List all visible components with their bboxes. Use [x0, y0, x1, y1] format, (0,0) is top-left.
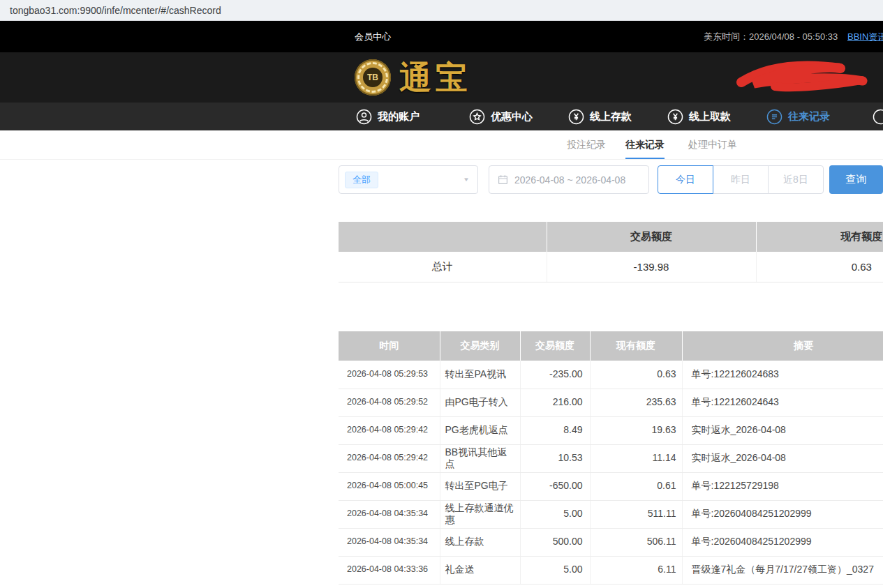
- cell-category: 转出至PG电子: [440, 472, 520, 500]
- search-button[interactable]: 查询: [829, 165, 883, 194]
- summary-total-label: 总计: [339, 252, 547, 282]
- nav-item-online-deposit[interactable]: 线上存款: [568, 103, 632, 130]
- brand-name: 通宝: [399, 59, 472, 96]
- cell-amount: 5.00: [520, 500, 590, 528]
- cell-category: 线上存款通道优惠: [440, 500, 520, 528]
- quick-date-buttons: 今日 昨日 近8日: [658, 165, 824, 194]
- nav-item-my-account[interactable]: 我的账户: [356, 103, 420, 130]
- cell-balance: 6.11: [590, 556, 682, 584]
- col-header-balance: 现有额度: [590, 331, 682, 361]
- cell-time: 2026-04-08 04:33:36: [339, 556, 440, 584]
- cell-category: 转出至PA视讯: [440, 361, 520, 389]
- col-header-summary: 摘要: [682, 331, 883, 361]
- col-header-category: 交易类别: [440, 331, 520, 361]
- nav-label: 线上存款: [590, 110, 632, 123]
- summary-total-row: 总计 -139.98 0.63: [339, 252, 883, 282]
- date-range-value: 2026-04-08 ~ 2026-04-08: [514, 174, 625, 186]
- cell-time: 2026-04-08 05:29:42: [339, 416, 440, 444]
- record-row: 2026-04-08 05:29:52由PG电子转入216.00235.63单号…: [339, 389, 883, 416]
- cell-balance: 19.63: [590, 416, 682, 444]
- col-header-time: 时间: [339, 331, 440, 361]
- nav-label: 优惠中心: [491, 110, 533, 123]
- circle-icon: [873, 109, 883, 125]
- summary-table: 交易额度 现有额度 总计 -139.98 0.63: [339, 222, 883, 282]
- eastern-time-label: 美东时间：2026/04/08 - 05:50:33: [704, 21, 838, 52]
- chevron-down-icon: ▼: [463, 176, 470, 183]
- nav-item-promotions[interactable]: 优惠中心: [469, 103, 533, 130]
- brand-badge: TB: [363, 68, 383, 87]
- cell-balance: 506.11: [590, 528, 682, 556]
- nav-label: 我的账户: [378, 110, 420, 123]
- brand-bar: TB 通宝: [0, 52, 883, 103]
- today-button[interactable]: 今日: [658, 165, 713, 194]
- nav-item-transaction-records[interactable]: 往来记录: [766, 103, 830, 130]
- cell-summary: 晋级逢7礼金（每月7/17/27领工资）_0327: [682, 556, 883, 584]
- cell-summary: 单号:122125729198: [682, 472, 883, 500]
- record-row: 2026-04-08 05:00:45转出至PG电子-650.000.61单号:…: [339, 472, 883, 500]
- cell-amount: 500.00: [520, 528, 590, 556]
- cell-amount: 8.49: [520, 416, 590, 444]
- yesterday-button[interactable]: 昨日: [713, 165, 769, 194]
- cell-balance: 0.61: [590, 472, 682, 500]
- cell-summary: 单号:202604084251202999: [682, 528, 883, 556]
- cell-time: 2026-04-08 05:00:45: [339, 472, 440, 500]
- nav-label: 往来记录: [788, 110, 830, 123]
- records-table-body: 2026-04-08 05:29:53转出至PA视讯-235.000.63单号:…: [339, 361, 883, 584]
- records-table: 时间 交易类别 交易额度 现有额度 摘要 2026-04-08 05:29:53…: [339, 331, 883, 585]
- cell-summary: 实时返水_2026-04-08: [682, 444, 883, 472]
- tab-pending-orders[interactable]: 处理中订单: [688, 130, 737, 159]
- cell-category: PG老虎机返点: [440, 416, 520, 444]
- cell-amount: -650.00: [520, 472, 590, 500]
- type-select[interactable]: 全部 ▼: [339, 165, 478, 194]
- date-range-input[interactable]: 2026-04-08 ~ 2026-04-08: [489, 165, 649, 194]
- cell-balance: 511.11: [590, 500, 682, 528]
- record-row: 2026-04-08 05:29:42PG老虎机返点8.4919.63实时返水_…: [339, 416, 883, 444]
- cell-amount: 5.00: [520, 556, 590, 584]
- type-selected-tag: 全部: [345, 172, 378, 188]
- last-8-days-button[interactable]: 近8日: [768, 165, 824, 194]
- cell-category: 礼金送: [440, 556, 520, 584]
- cell-summary: 单号:122126024643: [682, 389, 883, 416]
- summary-total-balance: 0.63: [756, 252, 883, 282]
- nav-item-online-withdraw[interactable]: 线上取款: [667, 103, 731, 130]
- nav-label: 线上取款: [689, 110, 731, 123]
- redaction-scribble: [734, 60, 870, 98]
- main-nav: 我的账户 优惠中心 线上存款 线上取款 往来记录: [0, 103, 883, 130]
- cell-balance: 0.63: [590, 361, 682, 389]
- cell-time: 2026-04-08 05:29:53: [339, 361, 440, 389]
- cell-category: BB视讯其他返点: [440, 444, 520, 472]
- tab-bet-records[interactable]: 投注纪录: [567, 130, 606, 159]
- nav-item-partial[interactable]: [873, 103, 883, 130]
- browser-address-bar[interactable]: tongbao31.com:9900/infe/mcenter/#/cashRe…: [0, 0, 883, 21]
- summary-header-blank: [339, 222, 547, 252]
- promo-icon: [469, 109, 485, 125]
- records-header-row: 时间 交易类别 交易额度 现有额度 摘要: [339, 331, 883, 361]
- cell-time: 2026-04-08 05:29:42: [339, 444, 440, 472]
- record-row: 2026-04-08 04:35:34线上存款500.00506.11单号:20…: [339, 528, 883, 556]
- cell-balance: 235.63: [590, 389, 682, 416]
- summary-header-row: 交易额度 现有额度: [339, 222, 883, 252]
- sub-nav: 投注纪录 往来记录 处理中订单: [0, 130, 883, 160]
- member-center-label: 会员中心: [355, 21, 391, 52]
- calendar-icon: [498, 174, 508, 185]
- summary-header-balance: 现有额度: [756, 222, 883, 252]
- record-row: 2026-04-08 05:29:42BB视讯其他返点10.5311.14实时返…: [339, 444, 883, 472]
- cell-time: 2026-04-08 04:35:34: [339, 528, 440, 556]
- top-bar: 会员中心 美东时间：2026/04/08 - 05:50:33 BBIN资讯: [0, 21, 883, 52]
- cell-category: 线上存款: [440, 528, 520, 556]
- cell-time: 2026-04-08 05:29:52: [339, 389, 440, 416]
- cell-summary: 单号:122126024683: [682, 361, 883, 389]
- cell-amount: 216.00: [520, 389, 590, 416]
- records-icon: [766, 109, 782, 125]
- cell-category: 由PG电子转入: [440, 389, 520, 416]
- deposit-icon: [568, 109, 584, 125]
- bbin-news-link[interactable]: BBIN资讯: [847, 21, 883, 52]
- tab-transaction-records[interactable]: 往来记录: [625, 130, 665, 159]
- cell-time: 2026-04-08 04:35:34: [339, 500, 440, 528]
- cell-balance: 11.14: [590, 444, 682, 472]
- record-row: 2026-04-08 04:35:34线上存款通道优惠5.00511.11单号:…: [339, 500, 883, 528]
- brand-chip-icon: TB: [355, 59, 391, 96]
- record-row: 2026-04-08 05:29:53转出至PA视讯-235.000.63单号:…: [339, 361, 883, 389]
- cell-amount: -235.00: [520, 361, 590, 389]
- url-text: tongbao31.com:9900/infe/mcenter/#/cashRe…: [10, 5, 221, 16]
